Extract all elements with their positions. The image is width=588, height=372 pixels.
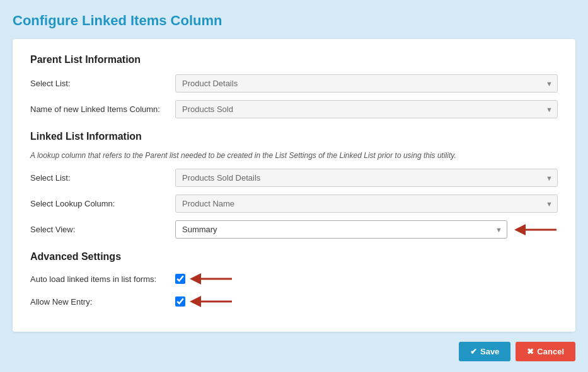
linked-view-with-arrow: Summary ▼ [175, 220, 558, 239]
linked-select-list-row: Select List: Products Sold Details ▼ [30, 169, 558, 187]
main-card: Parent List Information Select List: Pro… [13, 39, 575, 332]
linked-view-row: Select View: Summary ▼ [30, 220, 558, 239]
page-title: Configure Linked Items Column [13, 13, 575, 29]
advanced-section-title: Advanced Settings [30, 251, 558, 262]
linked-view-label: Select View: [30, 225, 175, 234]
parent-select-list-row: Select List: Product Details ▼ [30, 74, 558, 93]
linked-lookup-column-row: Select Lookup Column: Product Name ▼ [30, 194, 558, 213]
footer: ✔ Save ✖ Cancel [13, 342, 575, 361]
linked-lookup-column-dropdown[interactable]: Product Name [175, 194, 558, 213]
save-button[interactable]: ✔ Save [459, 342, 510, 361]
linked-section-title: Linked List Information [30, 131, 558, 142]
linked-select-list-wrap: Products Sold Details ▼ [175, 169, 558, 187]
parent-select-list-wrap: Product Details ▼ [175, 74, 558, 93]
allow-new-wrap [175, 294, 233, 309]
linked-view-dropdown[interactable]: Summary [175, 220, 507, 239]
linked-info-text: A lookup column that refers to the Paren… [30, 151, 558, 160]
auto-load-red-arrow-annotation [189, 271, 233, 286]
parent-column-name-label: Name of new Linked Items Column: [30, 104, 175, 114]
parent-section-title: Parent List Information [30, 54, 558, 65]
parent-select-list-label: Select List: [30, 79, 175, 88]
save-label: Save [480, 347, 499, 356]
auto-load-wrap [175, 271, 233, 286]
parent-column-name-wrap: Products Sold ▼ [175, 100, 558, 118]
parent-select-list-dropdown[interactable]: Product Details [175, 74, 558, 93]
allow-new-checkbox[interactable] [175, 296, 185, 307]
allow-new-label: Allow New Entry: [30, 297, 175, 307]
linked-lookup-column-wrap: Product Name ▼ [175, 194, 558, 213]
auto-load-label: Auto load linked items in list forms: [30, 274, 175, 284]
linked-select-list-dropdown[interactable]: Products Sold Details [175, 169, 558, 187]
cancel-label: Cancel [537, 347, 564, 356]
parent-column-name-row: Name of new Linked Items Column: Product… [30, 100, 558, 118]
allow-new-red-arrow-annotation [189, 294, 233, 309]
save-icon: ✔ [470, 347, 477, 356]
cancel-button[interactable]: ✖ Cancel [516, 342, 575, 361]
linked-select-list-label: Select List: [30, 173, 175, 183]
view-red-arrow-annotation [514, 222, 558, 237]
cancel-icon: ✖ [527, 347, 534, 356]
auto-load-checkbox[interactable] [175, 274, 185, 284]
allow-new-row: Allow New Entry: [30, 294, 558, 309]
parent-column-name-dropdown[interactable]: Products Sold [175, 100, 558, 118]
auto-load-row: Auto load linked items in list forms: [30, 271, 558, 286]
linked-lookup-column-label: Select Lookup Column: [30, 199, 175, 208]
linked-view-wrap: Summary ▼ [175, 220, 507, 239]
